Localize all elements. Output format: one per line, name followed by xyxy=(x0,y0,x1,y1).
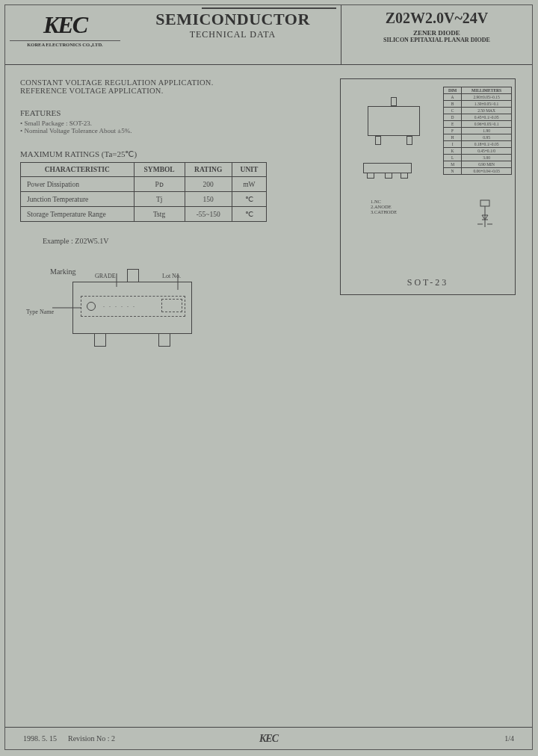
doc-title-block: SEMICONDUCTOR TECHNICAL DATA xyxy=(125,5,341,64)
cell-rating: -55~150 xyxy=(185,207,232,222)
zener-symbol-icon xyxy=(470,199,500,229)
company-subtitle: KOREA ELECTRONICS CO.,LTD. xyxy=(10,40,120,47)
cell-unit: mW xyxy=(232,177,266,192)
footer-page: 1/4 xyxy=(350,734,514,743)
cell-char: Junction Temperature xyxy=(21,192,134,207)
footer-date: 1998. 5. 15 xyxy=(23,734,57,743)
col-symbol: SYMBOL xyxy=(134,163,185,177)
package-outline-box: DIMMILLIMETERS A2.90±0.05/-0.15 B1.30±0.… xyxy=(340,78,516,295)
lotno-label: Lot No. xyxy=(162,273,181,279)
part-number: Z02W2.0V~24V xyxy=(341,10,532,27)
marking-drawing: · · · · · · xyxy=(72,282,192,334)
footer-logo: KEC xyxy=(187,733,350,745)
part-desc: SILICON EPITAXIAL PLANAR DIODE xyxy=(341,37,532,43)
pin-config: 1.NC 2.ANODE 3.CATHODE xyxy=(371,199,397,214)
marking-block: Marking GRADE Lot No. Type Name · · · · … xyxy=(50,267,517,334)
typename-label: Type Name xyxy=(26,309,54,315)
footer-revision: Revision No : 2 xyxy=(68,734,115,743)
cell-sym: Tstg xyxy=(134,207,185,222)
ratings-table: CHARACTERISTIC SYMBOL RATING UNIT Power … xyxy=(20,162,267,222)
package-side-view xyxy=(363,163,412,173)
part-block: Z02W2.0V~24V ZENER DIODE SILICON EPITAXI… xyxy=(341,5,532,64)
col-characteristic: CHARACTERISTIC xyxy=(21,163,134,177)
marking-heading: Marking xyxy=(50,267,517,276)
cell-sym: Tj xyxy=(134,192,185,207)
cell-rating: 200 xyxy=(185,177,232,192)
cell-rating: 150 xyxy=(185,192,232,207)
doc-title: SEMICONDUCTOR xyxy=(125,10,341,29)
cell-char: Power Dissipation xyxy=(21,177,134,192)
grade-label: GRADE xyxy=(95,273,116,279)
part-type: ZENER DIODE xyxy=(341,29,532,37)
col-unit: UNIT xyxy=(232,163,266,177)
cell-unit: ℃ xyxy=(232,192,266,207)
cell-unit: ℃ xyxy=(232,207,266,222)
cell-char: Storage Temperature Range xyxy=(21,207,134,222)
company-logo: KEC xyxy=(10,11,120,39)
doc-subtitle: TECHNICAL DATA xyxy=(125,29,341,40)
col-rating: RATING xyxy=(185,163,232,177)
svg-rect-0 xyxy=(480,200,489,206)
page-footer: 1998. 5. 15 Revision No : 2 KEC 1/4 xyxy=(5,727,532,749)
company-logo-block: KEC KOREA ELECTRONICS CO.,LTD. xyxy=(5,5,125,64)
dimension-table: DIMMILLIMETERS A2.90±0.05/-0.15 B1.30±0.… xyxy=(443,87,512,175)
cell-sym: Pᴅ xyxy=(134,177,185,192)
